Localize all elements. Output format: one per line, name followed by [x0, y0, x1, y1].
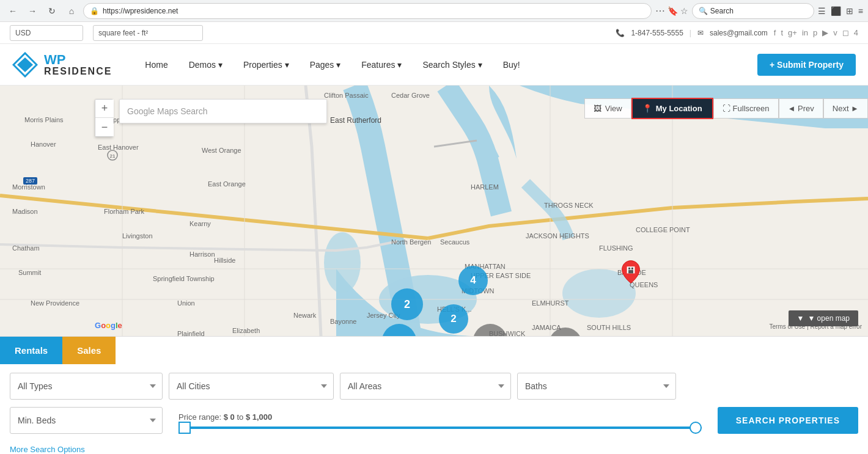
map-search-text: Google Maps Search: [127, 106, 208, 116]
address-bar[interactable]: 🔒 https://wpresidence.net: [83, 3, 652, 19]
areas-select[interactable]: All Areas: [340, 373, 511, 400]
browser-icons: ☰ ⬛ ⊞ ≡: [818, 6, 863, 16]
property-tabs: Rentals Sales: [0, 337, 868, 364]
back-button[interactable]: ←: [5, 3, 21, 19]
filter-row-2: Min. Beds Price range: $ 0 to $ 1,000 SE…: [0, 400, 868, 440]
search-glass-icon: 🔍: [699, 7, 708, 15]
logo-residence: RESIDENCE: [44, 67, 112, 76]
bookmark-icon[interactable]: 🔖: [668, 6, 678, 16]
star-icon[interactable]: ☆: [680, 6, 688, 16]
unit-select[interactable]: square feet - ft² square meters - m²: [93, 25, 203, 41]
open-map-icon: ▼: [797, 314, 804, 323]
map-search-bar[interactable]: Google Maps Search: [119, 99, 327, 123]
nav-search-styles[interactable]: Search Styles ▾: [414, 55, 490, 75]
reload-button[interactable]: ↻: [44, 3, 60, 19]
nav-pages[interactable]: Pages ▾: [301, 55, 350, 75]
overflow-icon[interactable]: ≡: [858, 6, 863, 16]
nav-features[interactable]: Features ▾: [353, 55, 410, 75]
more-search-options-link[interactable]: More Search Options: [10, 445, 85, 454]
cluster-2-left[interactable]: 2: [391, 288, 423, 320]
logo-text: WP RESIDENCE: [44, 53, 112, 76]
location-pin-icon: 📍: [642, 104, 652, 113]
logo[interactable]: WP RESIDENCE: [12, 52, 112, 78]
phone-icon: 📞: [616, 29, 625, 37]
fullscreen-button[interactable]: ⛶ Fullscreen: [713, 98, 779, 119]
email-icon: ✉: [697, 29, 704, 37]
foursquare-icon[interactable]: 4: [854, 28, 858, 37]
currency-select[interactable]: USD EUR GBP: [10, 25, 83, 41]
forward-button[interactable]: →: [24, 3, 40, 19]
range-thumb-right[interactable]: [690, 422, 702, 434]
cluster-4[interactable]: 4: [458, 266, 488, 295]
beds-select[interactable]: Min. Beds: [10, 407, 163, 434]
cluster-2-mid[interactable]: 2: [439, 304, 468, 334]
highway-287: 287: [23, 177, 37, 185]
zoom-controls[interactable]: + −: [95, 99, 113, 137]
google-logo: Google: [95, 321, 122, 330]
map-container[interactable]: Morris Plains Hanover Morristown Madison…: [0, 86, 868, 336]
svg-point-4: [324, 232, 361, 293]
zoom-out-button[interactable]: −: [95, 118, 114, 136]
header: WP RESIDENCE Home Demos ▾ Properties ▾ P…: [0, 44, 868, 86]
browser-bar: ← → ↻ ⌂ 🔒 https://wpresidence.net ⋯ 🔖 ☆ …: [0, 0, 868, 22]
logo-wp: WP: [44, 53, 112, 67]
twitter-icon[interactable]: t: [781, 28, 783, 37]
sidebar-icon[interactable]: ☰: [818, 6, 826, 16]
price-max: $ 1,000: [246, 412, 272, 422]
property-pin[interactable]: [619, 260, 643, 287]
more-options-row: More Search Options: [0, 440, 868, 454]
image-icon: 🖼: [594, 104, 601, 113]
tab-sales[interactable]: Sales: [62, 337, 116, 364]
utility-bar: USD EUR GBP square feet - ft² square met…: [0, 22, 868, 44]
pinterest-icon[interactable]: p: [813, 28, 817, 37]
next-button[interactable]: Next ►: [823, 98, 868, 119]
url-text: https://wpresidence.net: [103, 7, 178, 15]
submit-property-button[interactable]: + Submit Property: [757, 54, 856, 76]
nav-buy[interactable]: Buy!: [495, 55, 529, 75]
email-address: sales@gmail.com: [710, 29, 768, 37]
logo-diamond-icon: [12, 52, 38, 78]
linkedin-icon[interactable]: in: [802, 28, 808, 37]
search-panel: Rentals Sales All Types All Cities All A…: [0, 336, 868, 454]
extensions-icon[interactable]: ⬛: [831, 6, 841, 16]
search-properties-button[interactable]: SEARCH PROPERTIES: [718, 407, 858, 434]
browser-menu-icon[interactable]: ⋯: [655, 5, 665, 16]
google-plus-icon[interactable]: g+: [788, 28, 797, 37]
view-button[interactable]: 🖼 View: [584, 98, 631, 119]
vimeo-icon[interactable]: v: [833, 28, 837, 37]
nav-demos[interactable]: Demos ▾: [180, 55, 231, 75]
lock-icon: 🔒: [90, 7, 99, 15]
cities-select[interactable]: All Cities: [169, 373, 334, 400]
svg-text:21: 21: [110, 153, 116, 159]
youtube-icon[interactable]: ▶: [822, 28, 828, 37]
browser-search-bar[interactable]: 🔍 Search: [692, 3, 814, 19]
highway-21-sign: 21: [107, 150, 118, 163]
zoom-in-button[interactable]: +: [95, 100, 114, 118]
nav-properties[interactable]: Properties ▾: [235, 55, 298, 75]
map-controls-top: 🖼 View 📍 My Location ⛶ Fullscreen ◄ Prev…: [584, 98, 868, 119]
price-range-label: Price range: $ 0 to $ 1,000: [178, 412, 702, 422]
svg-rect-18: [628, 270, 633, 274]
separator: |: [690, 29, 691, 37]
range-thumb-left[interactable]: [178, 422, 191, 434]
price-range-slider[interactable]: [178, 427, 702, 429]
baths-select[interactable]: Baths: [517, 373, 676, 400]
layout-icon[interactable]: ⊞: [846, 6, 853, 16]
nav-home[interactable]: Home: [136, 55, 176, 75]
contact-info: 📞 1-847-555-5555 | ✉ sales@gmail.com f t…: [616, 28, 858, 37]
browser-search-text: Search: [710, 7, 734, 15]
nav: Home Demos ▾ Properties ▾ Pages ▾ Featur…: [136, 55, 757, 75]
facebook-icon[interactable]: f: [774, 28, 776, 37]
type-select[interactable]: All Types: [10, 373, 163, 400]
prev-button[interactable]: ◄ Prev: [779, 98, 823, 119]
price-min: $ 0: [224, 412, 235, 422]
phone-number: 1-847-555-5555: [631, 29, 683, 37]
instagram-icon[interactable]: ◻: [842, 28, 849, 37]
filter-row-1: All Types All Cities All Areas Baths: [0, 364, 868, 400]
open-map-button[interactable]: ▼ ▼ open map: [789, 310, 858, 326]
svg-rect-16: [628, 268, 630, 269]
fullscreen-icon: ⛶: [723, 104, 730, 113]
tab-rentals[interactable]: Rentals: [0, 337, 62, 364]
my-location-button[interactable]: 📍 My Location: [631, 98, 713, 119]
home-button[interactable]: ⌂: [64, 3, 79, 19]
